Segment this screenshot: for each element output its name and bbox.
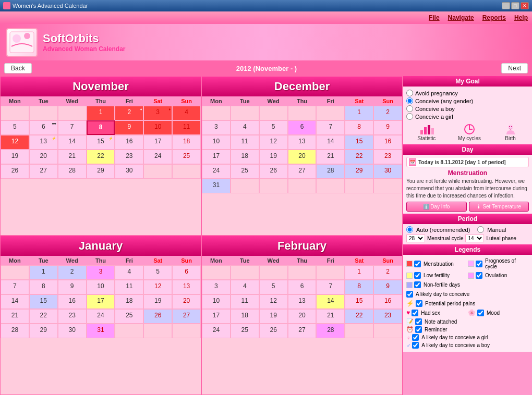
- day-cell[interactable]: 9: [115, 120, 143, 135]
- day-cell[interactable]: 11: [172, 120, 201, 135]
- day-cell[interactable]: 20: [288, 150, 317, 164]
- day-cell[interactable]: 11: [115, 280, 143, 294]
- day-cell[interactable]: 1: [29, 265, 58, 280]
- day-cell[interactable]: 6: [172, 265, 201, 280]
- day-cell[interactable]: 21: [58, 150, 87, 164]
- luteal-phase-select[interactable]: 141315: [465, 234, 484, 242]
- day-cell[interactable]: 19: [143, 294, 172, 309]
- goal-conceive-any[interactable]: [406, 97, 413, 104]
- boy-conceive-checkbox[interactable]: [412, 342, 419, 349]
- day-cell[interactable]: 22: [345, 309, 373, 324]
- day-cell[interactable]: 3: [202, 280, 231, 294]
- close-button[interactable]: ✕: [521, 2, 529, 9]
- day-cell[interactable]: 5: [1, 120, 29, 135]
- day-cell[interactable]: 30: [115, 164, 143, 179]
- reminder-checkbox[interactable]: [415, 326, 422, 333]
- day-cell[interactable]: 18: [172, 135, 201, 150]
- day-cell[interactable]: 23: [115, 150, 143, 164]
- set-temperature-button[interactable]: 🌡 Set Temperature: [469, 202, 529, 212]
- girl-conceive-checkbox[interactable]: [412, 334, 419, 341]
- day-cell[interactable]: 4: [231, 120, 259, 135]
- day-cell[interactable]: 19: [259, 150, 288, 164]
- day-cell[interactable]: 7: [58, 120, 87, 135]
- day-cell[interactable]: 10: [202, 294, 231, 309]
- day-cell[interactable]: 24: [202, 324, 231, 338]
- day-cell[interactable]: 15: [345, 294, 373, 309]
- day-cell[interactable]: 27: [288, 164, 317, 179]
- day-cell[interactable]: 3: [87, 265, 115, 280]
- day-cell[interactable]: 6♥♥: [29, 120, 58, 135]
- minimize-button[interactable]: –: [502, 2, 510, 9]
- day-cell[interactable]: 18: [231, 150, 259, 164]
- day-cell[interactable]: 24: [143, 150, 172, 164]
- day-cell[interactable]: 4: [115, 265, 143, 280]
- day-cell[interactable]: 10: [87, 280, 115, 294]
- day-cell[interactable]: 31: [87, 324, 115, 338]
- day-cell[interactable]: 16: [115, 135, 143, 150]
- day-cell[interactable]: 28: [1, 324, 29, 338]
- day-cell[interactable]: 23: [373, 309, 402, 324]
- day-cell[interactable]: 15: [29, 294, 58, 309]
- day-cell[interactable]: 23: [58, 309, 87, 324]
- day-cell[interactable]: 9: [373, 120, 402, 135]
- day-cell[interactable]: 21: [1, 309, 29, 324]
- cycle-length-select[interactable]: 28272930: [406, 234, 425, 242]
- conceive-checkbox[interactable]: [406, 291, 413, 298]
- day-info-button[interactable]: ℹ️ Day Info: [406, 202, 467, 212]
- day-cell[interactable]: 17: [202, 150, 231, 164]
- day-cell[interactable]: 1: [345, 265, 373, 280]
- day-cell[interactable]: 16: [58, 294, 87, 309]
- day-cell[interactable]: 1: [87, 106, 115, 120]
- day-cell[interactable]: 29: [345, 164, 373, 179]
- day-cell[interactable]: 14: [316, 135, 345, 150]
- day-cell[interactable]: 13: [172, 280, 201, 294]
- day-cell[interactable]: 27: [29, 164, 58, 179]
- menstruation-checkbox[interactable]: [414, 261, 421, 267]
- note-checkbox[interactable]: [415, 318, 422, 325]
- day-cell[interactable]: 10: [143, 120, 172, 135]
- day-cell[interactable]: 22: [345, 150, 373, 164]
- had-sex-checkbox[interactable]: [412, 310, 418, 316]
- day-cell[interactable]: 31: [202, 179, 231, 193]
- day-cell[interactable]: 4: [231, 280, 259, 294]
- day-cell[interactable]: 11: [231, 294, 259, 309]
- day-cell[interactable]: 14: [316, 294, 345, 309]
- prognoses-checkbox[interactable]: [476, 261, 482, 267]
- day-cell[interactable]: 30: [373, 164, 402, 179]
- day-cell[interactable]: 5: [259, 120, 288, 135]
- day-cell[interactable]: 15⚡: [87, 135, 115, 150]
- day-cell[interactable]: 14: [1, 294, 29, 309]
- day-cell[interactable]: 25: [172, 150, 201, 164]
- menu-navigate[interactable]: Navigate: [448, 14, 474, 21]
- day-cell[interactable]: 21: [316, 309, 345, 324]
- goal-avoid[interactable]: [406, 90, 413, 96]
- mood-checkbox[interactable]: [477, 310, 484, 316]
- day-cell[interactable]: 1: [345, 106, 373, 120]
- period-manual-radio[interactable]: [477, 226, 484, 233]
- low-fertility-checkbox[interactable]: [414, 272, 421, 279]
- maximize-button[interactable]: □: [511, 2, 519, 9]
- back-button[interactable]: Back: [4, 63, 32, 73]
- day-cell[interactable]: 26: [143, 309, 172, 324]
- day-cell[interactable]: 17: [143, 135, 172, 150]
- day-cell[interactable]: 8: [87, 120, 115, 135]
- menu-reports[interactable]: Reports: [482, 14, 506, 21]
- day-cell[interactable]: 19: [1, 150, 29, 164]
- day-cell[interactable]: 8: [29, 280, 58, 294]
- day-cell[interactable]: 15: [345, 135, 373, 150]
- day-cell[interactable]: 28: [58, 164, 87, 179]
- day-cell[interactable]: 26: [259, 324, 288, 338]
- day-cell[interactable]: 16: [373, 294, 402, 309]
- day-cell[interactable]: 25: [115, 309, 143, 324]
- day-cell[interactable]: 2: [373, 265, 402, 280]
- day-cell[interactable]: 5: [259, 280, 288, 294]
- day-cell[interactable]: 12: [143, 280, 172, 294]
- day-cell[interactable]: 30: [58, 324, 87, 338]
- day-cell[interactable]: 28: [316, 324, 345, 338]
- day-cell[interactable]: 12: [1, 135, 29, 150]
- day-cell[interactable]: 20: [29, 150, 58, 164]
- day-cell[interactable]: 12: [259, 294, 288, 309]
- next-button[interactable]: Next: [501, 63, 528, 73]
- day-cell[interactable]: 29: [87, 164, 115, 179]
- day-cell[interactable]: 17: [87, 294, 115, 309]
